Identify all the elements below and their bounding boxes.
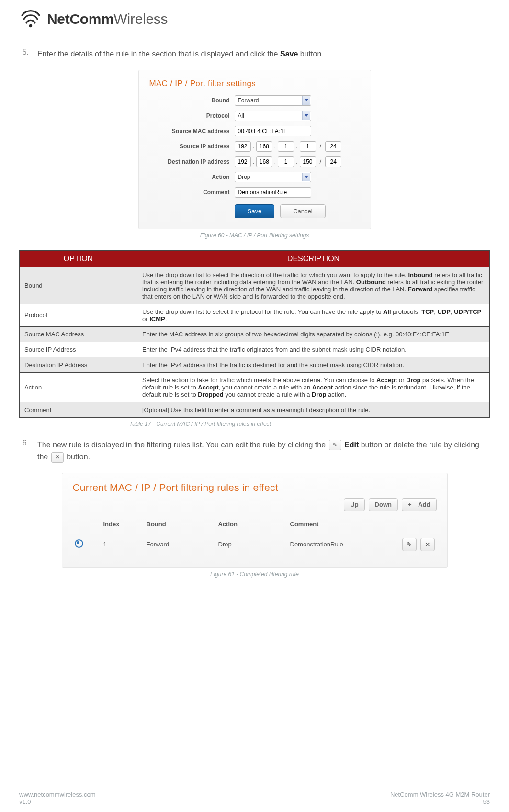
rule-bound: Forward: [147, 541, 218, 548]
rules-head-action: Action: [218, 521, 290, 528]
rule-row: 1 Forward Drop DemonstrationRule ✎ ✕: [73, 532, 437, 557]
rule-select-radio[interactable]: [75, 539, 83, 548]
src-ip-group: . . . /: [235, 141, 342, 152]
save-button[interactable]: Save: [235, 204, 275, 218]
footer-product: NetComm Wireless 4G M2M Router: [390, 791, 490, 798]
table-row: ProtocolUse the drop down list to select…: [20, 304, 490, 326]
add-button[interactable]: + Add: [402, 498, 437, 511]
description-cell: Use the drop down list to select the pro…: [137, 304, 490, 326]
option-cell: Source IP Address: [20, 342, 137, 357]
rules-head-index: Index: [103, 521, 147, 528]
cancel-button[interactable]: Cancel: [280, 204, 325, 218]
close-icon: ✕: [425, 541, 430, 548]
step-6-text: The new rule is displayed in the filteri…: [37, 439, 490, 463]
description-cell: Enter the IPv4 address that the traffic …: [137, 342, 490, 357]
plus-icon: +: [408, 501, 412, 508]
svg-point-0: [29, 24, 32, 27]
edit-rule-button[interactable]: ✎: [402, 538, 417, 551]
label-protocol: Protocol: [149, 112, 235, 119]
option-cell: Action: [20, 372, 137, 402]
dst-ip-oct-3[interactable]: [278, 156, 294, 167]
comment-input[interactable]: [235, 187, 311, 198]
dst-ip-oct-4[interactable]: [300, 156, 316, 167]
brand-logo-icon: [19, 10, 42, 29]
step-5-text: Enter the details of the rule in the sec…: [37, 48, 490, 60]
dst-ip-group: . . . /: [235, 156, 342, 167]
current-rules-title: Current MAC / IP / Port filtering rules …: [73, 482, 437, 493]
step-6: 6. The new rule is displayed in the filt…: [19, 439, 490, 463]
label-bound: Bound: [149, 97, 235, 104]
table-row: ActionSelect the action to take for traf…: [20, 372, 490, 402]
label-src-ip: Source IP address: [149, 143, 235, 150]
footer-version: v1.0: [19, 798, 96, 805]
table-row: BoundUse the drop down list to select th…: [20, 267, 490, 304]
src-ip-oct-4[interactable]: [300, 141, 316, 152]
label-comment: Comment: [149, 189, 235, 196]
close-icon: ✕: [51, 452, 64, 463]
brand-name: NetCommWireless: [47, 11, 168, 27]
down-button[interactable]: Down: [369, 498, 398, 511]
rule-index: 1: [103, 541, 147, 548]
description-cell: Enter the IPv4 address that the traffic …: [137, 357, 490, 372]
src-ip-cidr[interactable]: [325, 141, 341, 152]
option-cell: Bound: [20, 267, 137, 304]
footer-url: www.netcommwireless.com: [19, 791, 96, 798]
table-row: Source IP AddressEnter the IPv4 address …: [20, 342, 490, 357]
description-cell: Use the drop down list to select the dir…: [137, 267, 490, 304]
description-cell: [Optional] Use this field to enter a com…: [137, 402, 490, 417]
page-footer: www.netcommwireless.com v1.0 NetComm Wir…: [19, 788, 490, 805]
src-ip-oct-3[interactable]: [278, 141, 294, 152]
figure-60-caption: Figure 60 - MAC / IP / Port filtering se…: [19, 232, 490, 239]
brand-header: NetCommWireless: [19, 10, 490, 29]
option-cell: Source MAC Address: [20, 326, 137, 342]
action-select[interactable]: Drop: [235, 172, 311, 182]
label-action: Action: [149, 174, 235, 180]
label-dst-ip: Destination IP address: [149, 158, 235, 165]
src-mac-input[interactable]: [235, 126, 311, 136]
dst-ip-cidr[interactable]: [325, 156, 341, 167]
current-rules-panel: Current MAC / IP / Port filtering rules …: [62, 473, 448, 568]
up-button[interactable]: Up: [344, 498, 364, 511]
option-cell: Comment: [20, 402, 137, 417]
rules-header-row: Index Bound Action Comment: [73, 517, 437, 532]
delete-rule-button[interactable]: ✕: [420, 538, 435, 551]
table-17-caption: Table 17 - Current MAC / IP / Port filte…: [19, 421, 490, 427]
dst-ip-oct-1[interactable]: [235, 156, 251, 167]
dst-ip-oct-2[interactable]: [256, 156, 272, 167]
rules-head-bound: Bound: [147, 521, 218, 528]
edit-icon: ✎: [329, 440, 341, 450]
options-header-description: DESCRIPTION: [137, 250, 490, 267]
chevron-down-icon: [305, 176, 308, 178]
options-header-option: OPTION: [20, 250, 137, 267]
rule-comment: DemonstrationRule: [290, 541, 392, 548]
footer-page: 53: [390, 798, 490, 805]
src-ip-oct-1[interactable]: [235, 141, 251, 152]
rules-head-comment: Comment: [290, 521, 392, 528]
figure-61-caption: Figure 61 - Completed filtering rule: [19, 571, 490, 578]
label-src-mac: Source MAC address: [149, 128, 235, 134]
bound-select[interactable]: Forward: [235, 95, 311, 106]
filter-settings-panel: MAC / IP / Port filter settings Bound Fo…: [138, 70, 371, 229]
step-6-number: 6.: [19, 439, 29, 463]
step-5-number: 5.: [19, 48, 29, 60]
description-cell: Select the action to take for traffic wh…: [137, 372, 490, 402]
step-5: 5. Enter the details of the rule in the …: [19, 48, 490, 60]
filter-settings-title: MAC / IP / Port filter settings: [149, 79, 360, 89]
edit-icon: ✎: [407, 541, 412, 548]
table-row: Destination IP AddressEnter the IPv4 add…: [20, 357, 490, 372]
rules-toolbar: Up Down + Add: [73, 498, 437, 511]
description-cell: Enter the MAC address in six groups of t…: [137, 326, 490, 342]
rule-action: Drop: [218, 541, 290, 548]
options-table: OPTION DESCRIPTION BoundUse the drop dow…: [19, 250, 490, 418]
table-row: Source MAC AddressEnter the MAC address …: [20, 326, 490, 342]
table-row: Comment[Optional] Use this field to ente…: [20, 402, 490, 417]
chevron-down-icon: [305, 99, 308, 101]
src-ip-oct-2[interactable]: [256, 141, 272, 152]
option-cell: Protocol: [20, 304, 137, 326]
protocol-select[interactable]: All: [235, 111, 311, 121]
chevron-down-icon: [305, 114, 308, 117]
option-cell: Destination IP Address: [20, 357, 137, 372]
